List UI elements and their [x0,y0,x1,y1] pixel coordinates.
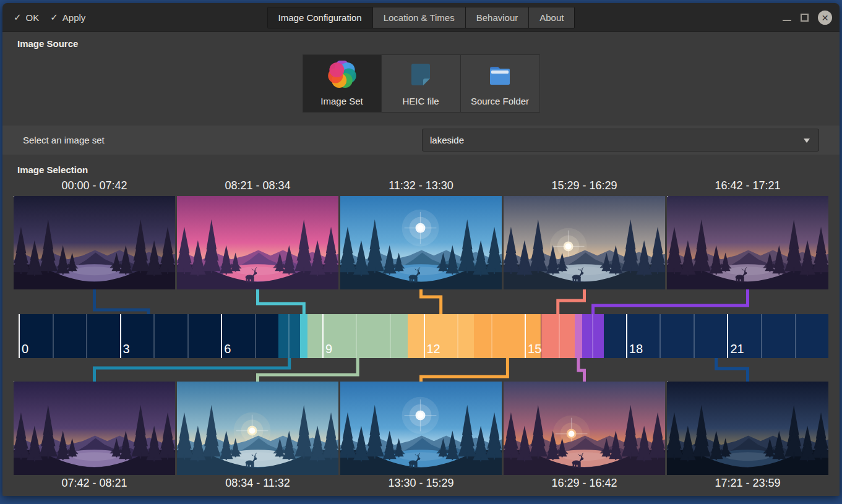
tab-location-times[interactable]: Location & Times [373,7,466,28]
desktop-background: ✓ OK ✓ Apply Image ConfigurationLocation… [0,0,842,504]
close-icon[interactable]: ✕ [818,11,832,25]
tab-image-configuration[interactable]: Image Configuration [268,7,373,28]
hour-gridline [221,314,222,358]
top_row-time-label: 11:32 - 13:30 [340,179,502,194]
image-set-dropdown-value: lakeside [430,135,464,145]
bottom_row-time-label: 16:29 - 16:42 [504,477,665,492]
hour-gridline [491,314,492,358]
source-button-label: Image Set [320,96,363,106]
main-content: Image Source Image Set HEIC file Source … [2,32,840,493]
connector-line [716,358,748,382]
tab-about[interactable]: About [529,7,574,28]
connector-line [421,358,508,382]
source-button-heic-file[interactable]: HEIC file [382,54,461,113]
apply-button-label: Apply [62,12,86,23]
hour-gridline [53,314,54,358]
hour-gridline [322,314,324,358]
wallpaper-thumbnail[interactable] [14,382,175,475]
hour-gridline [626,314,627,358]
wallpaper-thumbnail[interactable] [667,196,828,289]
top_row-time-label: 16:42 - 17:21 [667,179,828,194]
chevron-down-icon [802,135,811,145]
hour-gridline [288,314,290,358]
tab-bar: Image ConfigurationLocation & TimesBehav… [267,7,575,28]
hour-label: 18 [629,342,643,356]
folder-icon [485,61,515,92]
bottom-connector-lines [2,358,840,382]
color-wheel-icon [327,61,357,92]
top_row-time-label: 15:29 - 16:29 [504,179,665,194]
hour-gridline [356,314,357,358]
hour-label: 12 [427,342,440,356]
hour-gridline [187,314,189,358]
connector-line [258,289,304,314]
wallpaper-thumbnail[interactable] [177,382,338,475]
hour-label: 3 [123,342,130,356]
wallpaper-thumbnail[interactable] [340,196,502,289]
source-button-image-set[interactable]: Image Set [303,54,382,113]
hour-gridline [659,314,661,358]
wallpaper-thumbnail[interactable] [504,382,665,475]
timeline-segment[interactable] [575,314,582,358]
bottom_row-time-label: 13:30 - 15:29 [340,477,502,492]
hour-label: 0 [22,342,28,356]
source-button-label: HEIC file [402,96,439,106]
titlebar: ✓ OK ✓ Apply Image ConfigurationLocation… [2,3,840,32]
minimize-icon[interactable] [783,20,791,21]
hour-label: 9 [325,342,332,356]
image-selection-heading: Image Selection [2,164,840,176]
hour-gridline [457,314,458,358]
hour-gridline [694,314,695,358]
connector-line [578,358,585,382]
timeline-bar[interactable]: 036912151821 [19,314,828,358]
source-button-source-folder[interactable]: Source Folder [461,54,540,113]
connector-line [421,289,441,314]
wallpaper-thumbnail[interactable] [14,196,175,289]
wallpaper-thumbnail[interactable] [504,196,665,289]
checkmark-icon: ✓ [50,12,58,23]
wallpaper-thumbnail[interactable] [340,382,502,475]
maximize-icon[interactable] [801,14,809,22]
hour-gridline [424,314,425,358]
heic-file-icon [406,61,436,92]
wallpaper-thumbnail[interactable] [177,196,338,289]
hour-gridline [153,314,155,358]
apply-button[interactable]: ✓ Apply [50,12,85,23]
hour-gridline [120,314,121,358]
hour-gridline [255,314,256,358]
connector-line [593,289,748,314]
tab-behaviour[interactable]: Behaviour [466,7,530,28]
checkmark-icon: ✓ [14,12,22,23]
window-controls: ✕ [783,3,832,32]
timeline-segment[interactable] [19,314,278,358]
hour-gridline [559,314,560,358]
connector-line [95,289,148,314]
image-set-dropdown[interactable]: lakeside [422,129,819,152]
hour-gridline [86,314,87,358]
hour-label: 15 [528,342,541,356]
source-buttons: Image Set HEIC file Source Folder [2,54,840,113]
top-connector-lines [2,289,840,314]
hour-label: 6 [224,342,231,356]
select-image-set-label: Select an image set [2,135,105,145]
image-selection-area: 00:00 - 07:42 08:21 - 08:34 11:32 - 13:3… [2,177,840,493]
hour-gridline [795,314,796,358]
hour-gridline [525,314,526,358]
hour-gridline [592,314,593,358]
hour-gridline [761,314,762,358]
wallpaper-thumbnail[interactable] [667,382,828,475]
hour-label: 21 [730,342,744,356]
bottom_row-time-label: 07:42 - 08:21 [14,477,175,492]
source-button-label: Source Folder [471,96,529,106]
bottom_row-time-label: 08:34 - 11:32 [177,477,338,492]
ok-button[interactable]: ✓ OK [14,12,39,23]
connector-line [258,358,358,382]
top_row-time-label: 08:21 - 08:34 [177,179,338,194]
hour-gridline [390,314,391,358]
timeline-segment[interactable] [300,314,307,358]
timeline-segment[interactable] [408,314,474,358]
ok-button-label: OK [26,12,40,23]
app-window: ✓ OK ✓ Apply Image ConfigurationLocation… [2,3,840,496]
connector-line [95,358,290,382]
image-set-row: Select an image set lakeside [2,126,840,155]
